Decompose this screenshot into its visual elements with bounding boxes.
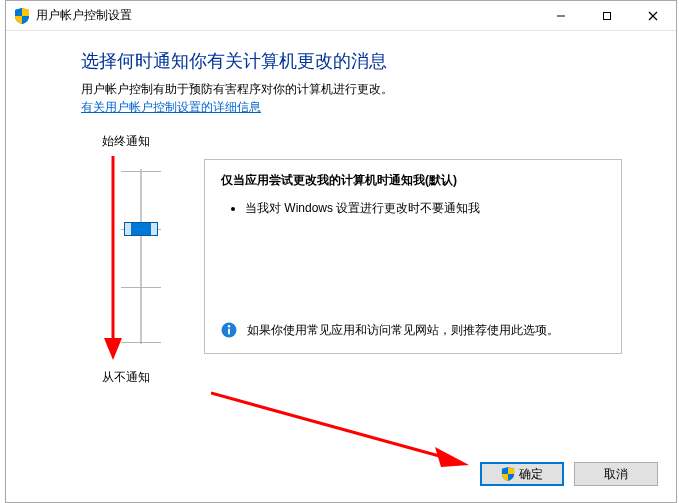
info-icon bbox=[221, 322, 237, 338]
cancel-button-label: 取消 bbox=[604, 466, 628, 483]
uac-slider[interactable] bbox=[116, 159, 166, 354]
panel-bullet: 当我对 Windows 设置进行更改时不要通知我 bbox=[245, 199, 605, 218]
minimize-button[interactable] bbox=[538, 1, 584, 30]
info-text: 如果你使用常见应用和访问常见网站，则推荐使用此选项。 bbox=[247, 321, 559, 339]
svg-rect-1 bbox=[604, 12, 611, 19]
window-title: 用户帐户控制设置 bbox=[36, 7, 538, 24]
ok-button-label: 确定 bbox=[519, 466, 543, 483]
slider-tick bbox=[121, 342, 161, 343]
uac-settings-window: 用户帐户控制设置 选择何时通知你有关计算机更改的消息 用户帐户控制有助于预防有害… bbox=[5, 0, 677, 503]
svg-rect-6 bbox=[228, 329, 230, 335]
description-panel: 仅当应用尝试更改我的计算机时通知我(默认) 当我对 Windows 设置进行更改… bbox=[204, 159, 622, 354]
cancel-button[interactable]: 取消 bbox=[574, 462, 658, 486]
slider-tick bbox=[121, 287, 161, 288]
close-button[interactable] bbox=[630, 1, 676, 30]
info-row: 如果你使用常见应用和访问常见网站，则推荐使用此选项。 bbox=[221, 321, 605, 339]
svg-line-9 bbox=[211, 393, 443, 457]
button-bar: 确定 取消 bbox=[480, 462, 658, 486]
panel-title: 仅当应用尝试更改我的计算机时通知我(默认) bbox=[221, 172, 605, 189]
more-info-link[interactable]: 有关用户帐户控制设置的详细信息 bbox=[81, 99, 261, 116]
slider-bottom-label: 从不通知 bbox=[102, 369, 150, 386]
slider-track bbox=[140, 169, 142, 344]
slider-thumb[interactable] bbox=[124, 222, 158, 236]
slider-top-label: 始终通知 bbox=[102, 133, 150, 150]
shield-icon bbox=[501, 467, 515, 481]
svg-marker-10 bbox=[435, 447, 469, 467]
svg-point-5 bbox=[228, 325, 230, 327]
annotation-arrow-icon bbox=[211, 389, 471, 469]
ok-button[interactable]: 确定 bbox=[480, 462, 564, 486]
shield-icon bbox=[14, 8, 30, 24]
maximize-button[interactable] bbox=[584, 1, 630, 30]
slider-tick bbox=[121, 171, 161, 172]
titlebar[interactable]: 用户帐户控制设置 bbox=[6, 1, 676, 31]
window-controls bbox=[538, 1, 676, 30]
page-subtext: 用户帐户控制有助于预防有害程序对你的计算机进行更改。 bbox=[81, 81, 393, 98]
page-heading: 选择何时通知你有关计算机更改的消息 bbox=[81, 49, 387, 73]
